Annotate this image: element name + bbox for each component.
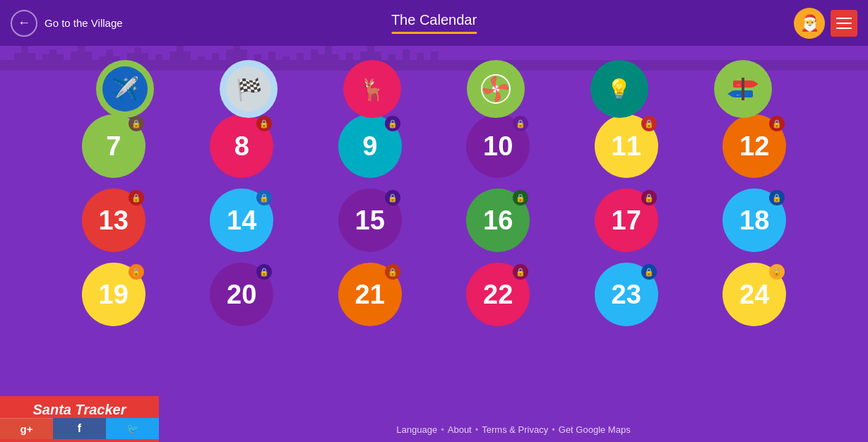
day-label: 21	[355, 280, 385, 310]
menu-button[interactable]	[831, 10, 857, 37]
back-label: Go to the Village	[44, 17, 123, 29]
day-19[interactable]: 19 🔒	[82, 263, 145, 326]
day-7[interactable]: 7 🔒	[82, 114, 145, 178]
svg-text:→: →	[736, 83, 741, 88]
day-label: 19	[99, 280, 129, 310]
twitter-button[interactable]: 🐦	[106, 418, 159, 439]
day-label: 23	[612, 280, 641, 310]
number-cell-22: 22 🔒	[438, 263, 559, 326]
svg-rect-6	[742, 78, 744, 100]
number-cell-10: 10 🔒	[438, 114, 559, 178]
social-icons-row: g+ f 🐦	[0, 418, 159, 439]
lock-badge-24: 🔒	[769, 264, 785, 280]
day-20[interactable]: 20 🔒	[210, 263, 273, 326]
lock-badge-23: 🔒	[641, 264, 657, 280]
menu-line-3	[836, 28, 852, 29]
svg-text:←: ←	[736, 92, 741, 97]
lock-badge-20: 🔒	[256, 264, 272, 280]
svg-marker-5	[727, 90, 733, 97]
number-cell-17: 17 🔒	[566, 189, 687, 252]
day-label: 16	[483, 205, 513, 236]
footer-language[interactable]: Language	[396, 424, 437, 435]
number-cell-12: 12 🔒	[694, 114, 816, 178]
day-label: 10	[483, 131, 513, 162]
number-cell-7: 7 🔒	[53, 114, 174, 178]
menu-line-2	[836, 23, 852, 24]
header-right: 🎅	[794, 8, 857, 39]
google-plus-icon: g+	[20, 423, 33, 435]
day-label: 20	[227, 280, 256, 310]
day-12[interactable]: 12 🔒	[723, 114, 786, 178]
lock-badge-9: 🔒	[385, 116, 400, 131]
footer-google-maps[interactable]: Get Google Maps	[559, 424, 631, 435]
santa-avatar[interactable]: 🎅	[794, 8, 825, 39]
footer-terms[interactable]: Terms & Privacy	[482, 424, 548, 435]
facebook-icon: f	[78, 422, 81, 435]
day-label: 24	[739, 280, 769, 310]
day-label: 15	[355, 205, 385, 236]
day-22[interactable]: 22 🔒	[466, 263, 530, 326]
menu-line-1	[836, 18, 852, 19]
number-cell-9: 9 🔒	[309, 114, 431, 178]
lock-badge-14: 🔒	[256, 190, 272, 205]
lock-badge-8: 🔒	[256, 116, 272, 131]
footer-about[interactable]: About	[448, 424, 472, 435]
lock-badge-7: 🔒	[129, 116, 144, 131]
day-23[interactable]: 23 🔒	[595, 263, 658, 326]
day-label: 18	[739, 205, 769, 236]
icon-1: ✈️	[96, 60, 154, 118]
lock-badge-11: 🔒	[641, 116, 657, 131]
day-11[interactable]: 11 🔒	[595, 114, 658, 178]
day-10[interactable]: 10 🔒	[466, 114, 530, 178]
day-24[interactable]: 24 🔒	[723, 263, 786, 326]
number-cell-8: 8 🔒	[182, 114, 303, 178]
day-18[interactable]: 18 🔒	[723, 189, 786, 252]
icon-3: 🦌	[343, 60, 401, 118]
santa-tracker-label: Santa Tracker	[33, 402, 126, 418]
day-label: 13	[99, 205, 129, 236]
day-9[interactable]: 9 🔒	[338, 114, 402, 178]
day-15[interactable]: 15 🔒	[338, 189, 402, 252]
icon-cell-5: 💡	[557, 60, 681, 118]
number-cell-13: 13 🔒	[53, 189, 174, 252]
day-21[interactable]: 21 🔒	[338, 263, 402, 326]
icon-cell-4	[434, 60, 557, 118]
day-label: 14	[227, 205, 256, 236]
number-row-2: 13 🔒 14 🔒 15 🔒 16 🔒 17 🔒	[42, 185, 826, 256]
number-cell-21: 21 🔒	[309, 263, 431, 326]
back-button[interactable]: ← Go to the Village	[11, 10, 123, 37]
day-8[interactable]: 8 🔒	[210, 114, 273, 178]
day-14[interactable]: 14 🔒	[210, 189, 273, 252]
icon-5: 💡	[590, 60, 648, 118]
number-cell-14: 14 🔒	[182, 189, 303, 252]
day-label: 12	[739, 131, 769, 162]
twitter-icon: 🐦	[126, 423, 138, 434]
day-13[interactable]: 13 🔒	[82, 189, 145, 252]
icon-4	[467, 60, 525, 118]
number-cell-20: 20 🔒	[182, 263, 303, 326]
icon-2: 🏁	[220, 60, 278, 118]
google-plus-button[interactable]: g+	[0, 418, 53, 439]
day-17[interactable]: 17 🔒	[595, 189, 658, 252]
lock-badge-15: 🔒	[385, 190, 400, 205]
lock-badge-19: 🔒	[129, 264, 144, 280]
header-title-area: The Calendar	[391, 12, 477, 34]
icon-cell-1: ✈️	[64, 60, 187, 118]
lock-badge-12: 🔒	[769, 116, 785, 131]
lock-badge-16: 🔒	[513, 190, 528, 205]
santa-tracker-badge: Santa Tracker g+ f 🐦	[0, 396, 159, 442]
day-label: 9	[362, 131, 377, 162]
number-row-3: 19 🔒 20 🔒 21 🔒 22 🔒 23 🔒	[42, 259, 826, 330]
footer-links: Language • About • Terms & Privacy • Get…	[159, 424, 868, 442]
number-cell-11: 11 🔒	[566, 114, 687, 178]
facebook-button[interactable]: f	[53, 418, 106, 439]
day-label: 7	[106, 131, 121, 162]
icon-cell-2: 🏁	[187, 60, 311, 118]
main-content: ✈️ 🏁 🦌	[0, 46, 868, 340]
icon-row: ✈️ 🏁 🦌	[42, 60, 826, 118]
day-16[interactable]: 16 🔒	[466, 189, 530, 252]
footer: Santa Tracker g+ f 🐦 Language • About • …	[0, 393, 868, 442]
lock-badge-10: 🔒	[513, 116, 528, 131]
lock-badge-21: 🔒	[385, 264, 400, 280]
icon-6: → ←	[714, 60, 772, 118]
